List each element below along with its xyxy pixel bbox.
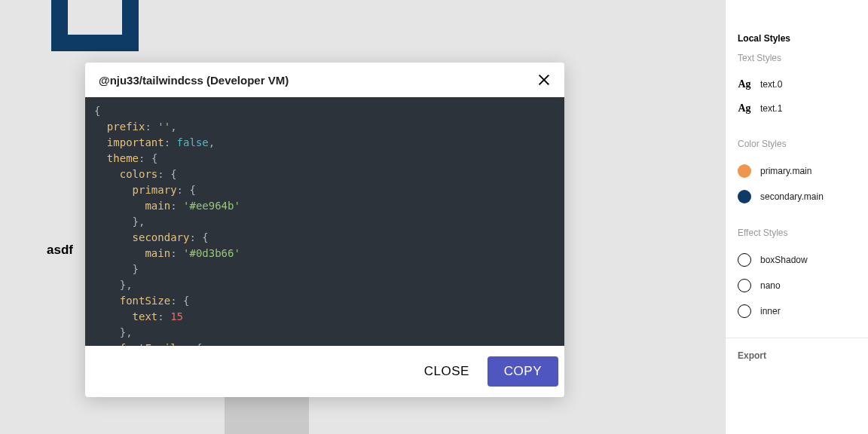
text-style-icon: Ag: [738, 102, 751, 115]
text-style-item-0[interactable]: Ag text.0: [738, 72, 856, 96]
color-style-label: primary.main: [760, 166, 811, 176]
properties-panel: Local Styles Text Styles Ag text.0 Ag te…: [725, 0, 868, 434]
text-style-icon: Ag: [738, 78, 751, 90]
effect-style-item-inner[interactable]: inner: [738, 298, 856, 324]
effect-icon: [738, 304, 751, 318]
local-styles-heading: Local Styles: [738, 15, 856, 44]
text-style-label: text.1: [760, 103, 782, 114]
color-style-item-primary[interactable]: primary.main: [738, 158, 856, 184]
color-swatch-icon: [738, 164, 751, 178]
close-button[interactable]: CLOSE: [417, 358, 477, 385]
effect-style-label: inner: [760, 306, 781, 316]
color-style-label: secondary.main: [760, 191, 824, 202]
modal-title: @nju33/tailwindcss (Developer VM): [99, 74, 289, 87]
modal-footer: CLOSE COPY: [85, 346, 564, 397]
text-style-label: text.0: [760, 79, 782, 90]
shape-label-text: asdf: [47, 243, 73, 258]
effect-styles-heading: Effect Styles: [738, 228, 856, 238]
export-section-heading[interactable]: Export: [726, 338, 868, 373]
text-styles-heading: Text Styles: [738, 53, 856, 63]
copy-button[interactable]: COPY: [487, 356, 558, 387]
effect-style-item-boxshadow[interactable]: boxShadow: [738, 247, 856, 273]
text-style-item-1[interactable]: Ag text.1: [738, 96, 856, 121]
effect-style-label: nano: [760, 280, 781, 291]
color-swatch-icon: [738, 190, 751, 203]
close-icon[interactable]: [537, 73, 551, 87]
rectangle-frame-shape[interactable]: [51, 0, 139, 51]
modal-header: @nju33/tailwindcss (Developer VM): [85, 63, 564, 97]
effect-style-item-nano[interactable]: nano: [738, 273, 856, 298]
color-style-item-secondary[interactable]: secondary.main: [738, 184, 856, 209]
plugin-modal: @nju33/tailwindcss (Developer VM) { pref…: [85, 63, 564, 397]
effect-icon: [738, 253, 751, 267]
color-styles-heading: Color Styles: [738, 139, 856, 149]
effect-icon: [738, 279, 751, 292]
code-output[interactable]: { prefix: '', important: false, theme: {…: [85, 97, 564, 346]
effect-style-label: boxShadow: [760, 255, 808, 265]
